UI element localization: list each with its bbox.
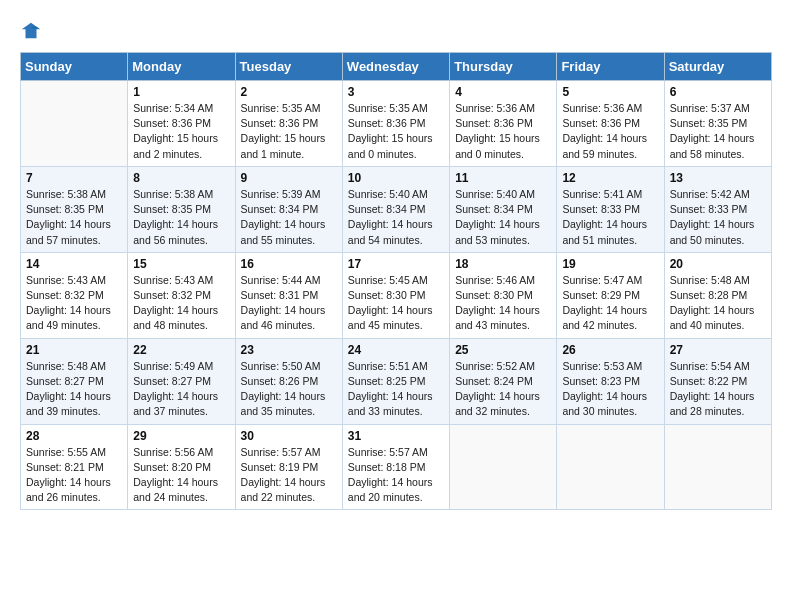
day-info: Sunrise: 5:35 AM Sunset: 8:36 PM Dayligh…: [348, 101, 444, 162]
calendar-cell: 19Sunrise: 5:47 AM Sunset: 8:29 PM Dayli…: [557, 252, 664, 338]
calendar-cell: 21Sunrise: 5:48 AM Sunset: 8:27 PM Dayli…: [21, 338, 128, 424]
day-info: Sunrise: 5:46 AM Sunset: 8:30 PM Dayligh…: [455, 273, 551, 334]
day-info: Sunrise: 5:51 AM Sunset: 8:25 PM Dayligh…: [348, 359, 444, 420]
calendar-cell: 15Sunrise: 5:43 AM Sunset: 8:32 PM Dayli…: [128, 252, 235, 338]
day-info: Sunrise: 5:39 AM Sunset: 8:34 PM Dayligh…: [241, 187, 337, 248]
calendar-cell: 25Sunrise: 5:52 AM Sunset: 8:24 PM Dayli…: [450, 338, 557, 424]
calendar-cell: 31Sunrise: 5:57 AM Sunset: 8:18 PM Dayli…: [342, 424, 449, 510]
calendar-cell: 14Sunrise: 5:43 AM Sunset: 8:32 PM Dayli…: [21, 252, 128, 338]
day-number: 28: [26, 429, 122, 443]
calendar-cell: 5Sunrise: 5:36 AM Sunset: 8:36 PM Daylig…: [557, 81, 664, 167]
calendar-cell: 24Sunrise: 5:51 AM Sunset: 8:25 PM Dayli…: [342, 338, 449, 424]
day-number: 13: [670, 171, 766, 185]
day-number: 10: [348, 171, 444, 185]
day-info: Sunrise: 5:54 AM Sunset: 8:22 PM Dayligh…: [670, 359, 766, 420]
day-number: 15: [133, 257, 229, 271]
day-number: 1: [133, 85, 229, 99]
day-info: Sunrise: 5:37 AM Sunset: 8:35 PM Dayligh…: [670, 101, 766, 162]
day-number: 6: [670, 85, 766, 99]
day-number: 12: [562, 171, 658, 185]
day-info: Sunrise: 5:40 AM Sunset: 8:34 PM Dayligh…: [455, 187, 551, 248]
day-info: Sunrise: 5:41 AM Sunset: 8:33 PM Dayligh…: [562, 187, 658, 248]
day-number: 11: [455, 171, 551, 185]
day-of-week-header: Wednesday: [342, 53, 449, 81]
day-of-week-header: Tuesday: [235, 53, 342, 81]
calendar-cell: 7Sunrise: 5:38 AM Sunset: 8:35 PM Daylig…: [21, 166, 128, 252]
logo: [20, 20, 46, 42]
day-info: Sunrise: 5:38 AM Sunset: 8:35 PM Dayligh…: [26, 187, 122, 248]
day-info: Sunrise: 5:35 AM Sunset: 8:36 PM Dayligh…: [241, 101, 337, 162]
day-info: Sunrise: 5:43 AM Sunset: 8:32 PM Dayligh…: [26, 273, 122, 334]
day-info: Sunrise: 5:57 AM Sunset: 8:18 PM Dayligh…: [348, 445, 444, 506]
calendar-cell: 23Sunrise: 5:50 AM Sunset: 8:26 PM Dayli…: [235, 338, 342, 424]
day-number: 9: [241, 171, 337, 185]
day-number: 26: [562, 343, 658, 357]
logo-icon: [20, 20, 42, 42]
day-number: 2: [241, 85, 337, 99]
calendar-cell: 22Sunrise: 5:49 AM Sunset: 8:27 PM Dayli…: [128, 338, 235, 424]
day-info: Sunrise: 5:43 AM Sunset: 8:32 PM Dayligh…: [133, 273, 229, 334]
day-number: 3: [348, 85, 444, 99]
calendar-cell: 13Sunrise: 5:42 AM Sunset: 8:33 PM Dayli…: [664, 166, 771, 252]
calendar-table: SundayMondayTuesdayWednesdayThursdayFrid…: [20, 52, 772, 510]
calendar-cell: 10Sunrise: 5:40 AM Sunset: 8:34 PM Dayli…: [342, 166, 449, 252]
day-info: Sunrise: 5:48 AM Sunset: 8:27 PM Dayligh…: [26, 359, 122, 420]
day-info: Sunrise: 5:38 AM Sunset: 8:35 PM Dayligh…: [133, 187, 229, 248]
calendar-cell: 18Sunrise: 5:46 AM Sunset: 8:30 PM Dayli…: [450, 252, 557, 338]
day-info: Sunrise: 5:50 AM Sunset: 8:26 PM Dayligh…: [241, 359, 337, 420]
day-info: Sunrise: 5:34 AM Sunset: 8:36 PM Dayligh…: [133, 101, 229, 162]
day-number: 24: [348, 343, 444, 357]
day-number: 29: [133, 429, 229, 443]
day-of-week-header: Sunday: [21, 53, 128, 81]
calendar-cell: 11Sunrise: 5:40 AM Sunset: 8:34 PM Dayli…: [450, 166, 557, 252]
day-info: Sunrise: 5:53 AM Sunset: 8:23 PM Dayligh…: [562, 359, 658, 420]
day-info: Sunrise: 5:52 AM Sunset: 8:24 PM Dayligh…: [455, 359, 551, 420]
calendar-cell: 28Sunrise: 5:55 AM Sunset: 8:21 PM Dayli…: [21, 424, 128, 510]
day-number: 17: [348, 257, 444, 271]
page-header: [20, 20, 772, 42]
day-number: 31: [348, 429, 444, 443]
day-info: Sunrise: 5:42 AM Sunset: 8:33 PM Dayligh…: [670, 187, 766, 248]
day-number: 27: [670, 343, 766, 357]
calendar-cell: 26Sunrise: 5:53 AM Sunset: 8:23 PM Dayli…: [557, 338, 664, 424]
calendar-cell: [664, 424, 771, 510]
calendar-cell: 8Sunrise: 5:38 AM Sunset: 8:35 PM Daylig…: [128, 166, 235, 252]
day-info: Sunrise: 5:49 AM Sunset: 8:27 PM Dayligh…: [133, 359, 229, 420]
day-of-week-header: Monday: [128, 53, 235, 81]
calendar-cell: 29Sunrise: 5:56 AM Sunset: 8:20 PM Dayli…: [128, 424, 235, 510]
day-number: 4: [455, 85, 551, 99]
calendar-cell: 6Sunrise: 5:37 AM Sunset: 8:35 PM Daylig…: [664, 81, 771, 167]
day-info: Sunrise: 5:57 AM Sunset: 8:19 PM Dayligh…: [241, 445, 337, 506]
day-info: Sunrise: 5:36 AM Sunset: 8:36 PM Dayligh…: [562, 101, 658, 162]
day-info: Sunrise: 5:40 AM Sunset: 8:34 PM Dayligh…: [348, 187, 444, 248]
day-number: 25: [455, 343, 551, 357]
day-info: Sunrise: 5:55 AM Sunset: 8:21 PM Dayligh…: [26, 445, 122, 506]
day-info: Sunrise: 5:48 AM Sunset: 8:28 PM Dayligh…: [670, 273, 766, 334]
day-of-week-header: Friday: [557, 53, 664, 81]
day-number: 23: [241, 343, 337, 357]
calendar-cell: 1Sunrise: 5:34 AM Sunset: 8:36 PM Daylig…: [128, 81, 235, 167]
day-number: 16: [241, 257, 337, 271]
day-number: 14: [26, 257, 122, 271]
calendar-cell: 12Sunrise: 5:41 AM Sunset: 8:33 PM Dayli…: [557, 166, 664, 252]
calendar-cell: [21, 81, 128, 167]
calendar-cell: [557, 424, 664, 510]
calendar-cell: 2Sunrise: 5:35 AM Sunset: 8:36 PM Daylig…: [235, 81, 342, 167]
day-number: 30: [241, 429, 337, 443]
calendar-cell: [450, 424, 557, 510]
calendar-cell: 3Sunrise: 5:35 AM Sunset: 8:36 PM Daylig…: [342, 81, 449, 167]
day-number: 5: [562, 85, 658, 99]
calendar-cell: 27Sunrise: 5:54 AM Sunset: 8:22 PM Dayli…: [664, 338, 771, 424]
day-number: 22: [133, 343, 229, 357]
day-number: 18: [455, 257, 551, 271]
day-number: 8: [133, 171, 229, 185]
calendar-cell: 4Sunrise: 5:36 AM Sunset: 8:36 PM Daylig…: [450, 81, 557, 167]
day-info: Sunrise: 5:36 AM Sunset: 8:36 PM Dayligh…: [455, 101, 551, 162]
calendar-cell: 20Sunrise: 5:48 AM Sunset: 8:28 PM Dayli…: [664, 252, 771, 338]
day-of-week-header: Thursday: [450, 53, 557, 81]
calendar-cell: 30Sunrise: 5:57 AM Sunset: 8:19 PM Dayli…: [235, 424, 342, 510]
day-number: 7: [26, 171, 122, 185]
day-info: Sunrise: 5:56 AM Sunset: 8:20 PM Dayligh…: [133, 445, 229, 506]
day-info: Sunrise: 5:47 AM Sunset: 8:29 PM Dayligh…: [562, 273, 658, 334]
calendar-cell: 16Sunrise: 5:44 AM Sunset: 8:31 PM Dayli…: [235, 252, 342, 338]
